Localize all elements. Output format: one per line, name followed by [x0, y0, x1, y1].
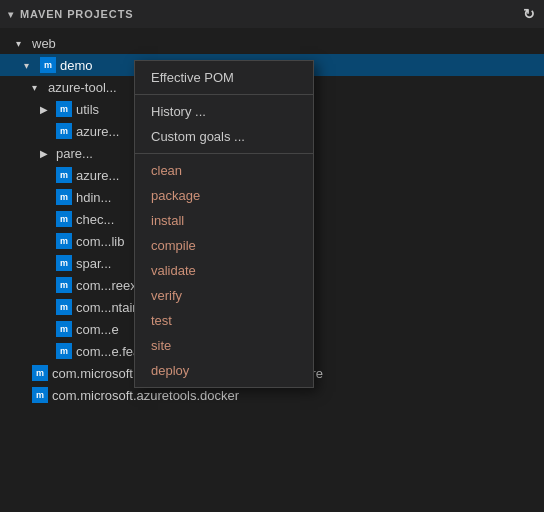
- separator: [135, 94, 313, 95]
- context-menu-item-clean[interactable]: clean: [135, 158, 313, 183]
- chevron-icon: ▾: [32, 82, 48, 93]
- tree-item-label: pare...: [56, 146, 93, 161]
- chevron-icon: ▶: [40, 104, 56, 115]
- maven-icon: m: [56, 101, 72, 117]
- tree-item-label: azure...: [76, 168, 119, 183]
- context-menu-label: site: [151, 338, 171, 353]
- context-menu-label: package: [151, 188, 200, 203]
- tree-item-label: chec...: [76, 212, 114, 227]
- context-menu-item-test[interactable]: test: [135, 308, 313, 333]
- context-menu-label: compile: [151, 238, 196, 253]
- maven-icon: m: [56, 255, 72, 271]
- tree-item-label: com.microsoft.azuretools.docker: [52, 388, 239, 403]
- context-menu-label: install: [151, 213, 184, 228]
- context-menu: Effective POM History ... Custom goals .…: [134, 60, 314, 388]
- maven-icon: m: [56, 123, 72, 139]
- context-menu-item-compile[interactable]: compile: [135, 233, 313, 258]
- context-menu-label: clean: [151, 163, 182, 178]
- maven-icon: m: [32, 365, 48, 381]
- context-menu-label: Custom goals ...: [151, 129, 245, 144]
- tree-item-label: azure...: [76, 124, 119, 139]
- maven-icon: m: [56, 167, 72, 183]
- tree-item-label: com...lib: [76, 234, 124, 249]
- maven-icon: m: [56, 299, 72, 315]
- tree-item-web[interactable]: ▾ web: [0, 32, 544, 54]
- context-menu-label: History ...: [151, 104, 206, 119]
- context-menu-item-history[interactable]: History ...: [135, 99, 313, 124]
- maven-icon: m: [56, 277, 72, 293]
- context-menu-item-deploy[interactable]: deploy: [135, 358, 313, 383]
- chevron-icon: ▾: [16, 38, 32, 49]
- tree-item-label: spar...: [76, 256, 111, 271]
- maven-icon: m: [32, 387, 48, 403]
- maven-icon: m: [56, 211, 72, 227]
- maven-icon: m: [56, 321, 72, 337]
- chevron-icon: ▶: [40, 148, 56, 159]
- maven-icon: m: [56, 233, 72, 249]
- context-menu-item-effective-pom[interactable]: Effective POM: [135, 65, 313, 90]
- context-menu-label: validate: [151, 263, 196, 278]
- context-menu-item-validate[interactable]: validate: [135, 258, 313, 283]
- tree-item-label: utils: [76, 102, 99, 117]
- separator: [135, 153, 313, 154]
- context-menu-label: deploy: [151, 363, 189, 378]
- context-menu-label: verify: [151, 288, 182, 303]
- context-menu-item-custom-goals[interactable]: Custom goals ...: [135, 124, 313, 149]
- tree-item-label: azure-tool...: [48, 80, 117, 95]
- chevron-icon: ▾: [24, 60, 40, 71]
- panel-title-text: MAVEN PROJECTS: [20, 8, 134, 20]
- tree-item-label: hdin...: [76, 190, 111, 205]
- refresh-icon[interactable]: ↻: [523, 6, 536, 22]
- maven-icon: m: [56, 189, 72, 205]
- tree-item-label: com...e: [76, 322, 119, 337]
- tree-item-label: web: [32, 36, 56, 51]
- panel-header: ▾ MAVEN PROJECTS ↻: [0, 0, 544, 28]
- context-menu-label: Effective POM: [151, 70, 234, 85]
- context-menu-item-verify[interactable]: verify: [135, 283, 313, 308]
- context-menu-item-install[interactable]: install: [135, 208, 313, 233]
- context-menu-item-package[interactable]: package: [135, 183, 313, 208]
- collapse-icon[interactable]: ▾: [8, 9, 14, 20]
- context-menu-item-site[interactable]: site: [135, 333, 313, 358]
- context-menu-label: test: [151, 313, 172, 328]
- maven-icon: m: [40, 57, 56, 73]
- tree-item-label: demo: [60, 58, 93, 73]
- maven-icon: m: [56, 343, 72, 359]
- panel-title: ▾ MAVEN PROJECTS: [8, 8, 133, 20]
